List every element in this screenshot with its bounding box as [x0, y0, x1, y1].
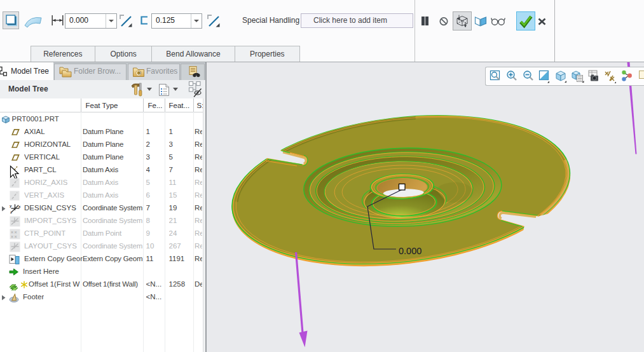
svg-text:y: y [10, 204, 12, 208]
svg-text:x: x [18, 205, 21, 208]
svg-text:z: z [10, 210, 12, 214]
svg-text:× ×: × × [11, 230, 17, 234]
svg-text:✱: ✱ [137, 70, 142, 76]
svg-text:0.000: 0.000 [399, 246, 421, 256]
svg-text:× ×: × × [11, 234, 17, 239]
